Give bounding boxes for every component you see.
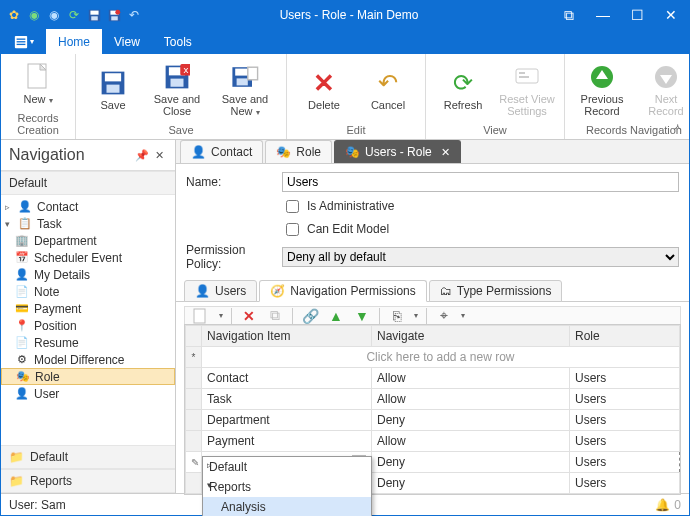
- close-window-button[interactable]: ✕: [659, 7, 683, 23]
- new-row-indicator[interactable]: *: [186, 347, 202, 368]
- new-row-placeholder[interactable]: Click here to add a new row: [202, 347, 680, 368]
- nav-item-my-details[interactable]: 👤My Details: [1, 266, 175, 283]
- nav-item-label: Department: [34, 234, 97, 248]
- dropdown-item-default[interactable]: ▹Default: [203, 457, 371, 477]
- move-up-button[interactable]: ▲: [327, 308, 345, 324]
- cell-role[interactable]: Users: [570, 431, 680, 452]
- subtab-users[interactable]: 👤Users: [184, 280, 257, 302]
- refresh-button[interactable]: ⟳ Refresh: [434, 69, 492, 111]
- copy-button[interactable]: ⧉: [266, 307, 284, 324]
- table-row[interactable]: TaskAllowUsers: [186, 389, 680, 410]
- link-button[interactable]: 🔗: [301, 308, 319, 324]
- close-tab-icon[interactable]: ✕: [441, 146, 450, 159]
- expander-icon[interactable]: ▹: [207, 460, 212, 470]
- expander-icon[interactable]: ▾: [207, 480, 212, 490]
- save-new-button[interactable]: Save and New ▾: [212, 63, 278, 118]
- dropdown-item-analysis[interactable]: Analysis: [203, 497, 371, 516]
- move-down-button[interactable]: ▼: [353, 308, 371, 324]
- nav-item-model-difference[interactable]: ⚙Model Difference: [1, 351, 175, 368]
- gear-icon[interactable]: ✿: [7, 8, 21, 22]
- chart-dropdown-icon[interactable]: ▾: [461, 311, 465, 320]
- cell-role[interactable]: Users: [570, 410, 680, 431]
- nav-item-note[interactable]: 📄Note: [1, 283, 175, 300]
- export-button[interactable]: ⎘: [388, 308, 406, 324]
- save-icon[interactable]: [87, 8, 101, 22]
- cell-navigate[interactable]: Deny: [372, 473, 570, 494]
- subtab-type-permissions[interactable]: 🗂Type Permissions: [429, 280, 563, 302]
- nav-item-payment[interactable]: 💳Payment: [1, 300, 175, 317]
- new-row-dropdown-icon[interactable]: ▾: [219, 311, 223, 320]
- can-edit-model-checkbox[interactable]: [286, 223, 299, 236]
- reset-view-button[interactable]: Reset View Settings: [498, 63, 556, 117]
- cell-navigate[interactable]: Allow: [372, 389, 570, 410]
- nav-item-position[interactable]: 📍Position: [1, 317, 175, 334]
- permission-policy-select[interactable]: Deny all by default: [282, 247, 679, 267]
- grid-corner[interactable]: [186, 326, 202, 347]
- table-row[interactable]: PaymentAllowUsers: [186, 431, 680, 452]
- delete-button[interactable]: ✕ Delete: [295, 69, 353, 111]
- cancel-button[interactable]: ↶ Cancel: [359, 69, 417, 111]
- nav-item-role[interactable]: 🎭Role: [1, 368, 175, 385]
- pin-icon[interactable]: 📌: [132, 149, 152, 162]
- col-role[interactable]: Role: [570, 326, 680, 347]
- nav-back-icon[interactable]: ◉: [27, 8, 41, 22]
- cell-role[interactable]: Users: [570, 368, 680, 389]
- nav-item-department[interactable]: 🏢Department: [1, 232, 175, 249]
- cell-navigate[interactable]: Deny: [372, 452, 570, 473]
- nav-fwd-icon[interactable]: ◉: [47, 8, 61, 22]
- cell-nav-item[interactable]: Contact: [207, 371, 248, 385]
- nav-group-default[interactable]: 📁 Default: [1, 445, 175, 469]
- col-navigate[interactable]: Navigate: [372, 326, 570, 347]
- cell-nav-item[interactable]: Task: [207, 392, 232, 406]
- app-menu-button[interactable]: ▾: [1, 29, 46, 54]
- undo-icon[interactable]: ↶: [127, 8, 141, 22]
- cell-nav-item[interactable]: Department: [207, 413, 270, 427]
- chart-button[interactable]: ⌖: [435, 307, 453, 324]
- new-row-button[interactable]: [193, 308, 211, 324]
- cell-role[interactable]: Users: [570, 389, 680, 410]
- previous-record-button[interactable]: Previous Record: [573, 63, 631, 117]
- cell-navigate[interactable]: Allow: [372, 368, 570, 389]
- col-navigation-item[interactable]: Navigation Item: [202, 326, 372, 347]
- tab-view[interactable]: View: [102, 29, 152, 54]
- cell-navigate[interactable]: Deny: [372, 410, 570, 431]
- maximize-button[interactable]: ☐: [625, 7, 649, 23]
- nav-item-task[interactable]: ▾📋Task: [1, 215, 175, 232]
- refresh-icon[interactable]: ⟳: [67, 8, 81, 22]
- close-panel-icon[interactable]: ✕: [152, 149, 167, 162]
- nav-item-scheduler-event[interactable]: 📅Scheduler Event: [1, 249, 175, 266]
- save2-icon[interactable]: [107, 8, 121, 22]
- expander-icon[interactable]: ▹: [5, 202, 13, 212]
- ribbon-collapse-icon[interactable]: ㅅ: [672, 120, 683, 135]
- table-row[interactable]: DepartmentDenyUsers: [186, 410, 680, 431]
- notifications-indicator[interactable]: 🔔 0: [655, 498, 681, 512]
- name-input[interactable]: [282, 172, 679, 192]
- delete-row-button[interactable]: ✕: [240, 308, 258, 324]
- restore-down-icon[interactable]: ⧉: [557, 7, 581, 24]
- tab-tools[interactable]: Tools: [152, 29, 204, 54]
- save-button[interactable]: Save: [84, 69, 142, 111]
- subtab-navigation-permissions[interactable]: 🧭Navigation Permissions: [259, 280, 426, 302]
- nav-item-user[interactable]: 👤User: [1, 385, 175, 402]
- nav-group-reports[interactable]: 📁 Reports: [1, 469, 175, 493]
- dropdown-item-reports[interactable]: ▾Reports: [203, 477, 371, 497]
- cell-role[interactable]: Users: [570, 473, 680, 494]
- nav-item-resume[interactable]: 📄Resume: [1, 334, 175, 351]
- export-dropdown-icon[interactable]: ▾: [414, 311, 418, 320]
- cell-nav-item[interactable]: Payment: [207, 434, 254, 448]
- tab-home[interactable]: Home: [46, 29, 102, 54]
- doc-tab-role[interactable]: 🎭Role: [265, 140, 332, 163]
- doc-tab-contact[interactable]: 👤Contact: [180, 140, 263, 163]
- is-admin-checkbox[interactable]: [286, 200, 299, 213]
- nav-item-contact[interactable]: ▹👤Contact: [1, 198, 175, 215]
- next-record-button[interactable]: Next Record: [637, 63, 690, 117]
- nav-group-default-top[interactable]: Default: [1, 171, 175, 195]
- cell-role[interactable]: Users: [570, 452, 680, 473]
- doc-tab-users---role[interactable]: 🎭Users - Role✕: [334, 140, 461, 163]
- minimize-button[interactable]: —: [591, 7, 615, 23]
- expander-icon[interactable]: ▾: [5, 219, 13, 229]
- table-row[interactable]: ContactAllowUsers: [186, 368, 680, 389]
- new-button[interactable]: New ▾: [9, 63, 67, 106]
- cell-navigate[interactable]: Allow: [372, 431, 570, 452]
- save-close-button[interactable]: x Save and Close: [148, 63, 206, 117]
